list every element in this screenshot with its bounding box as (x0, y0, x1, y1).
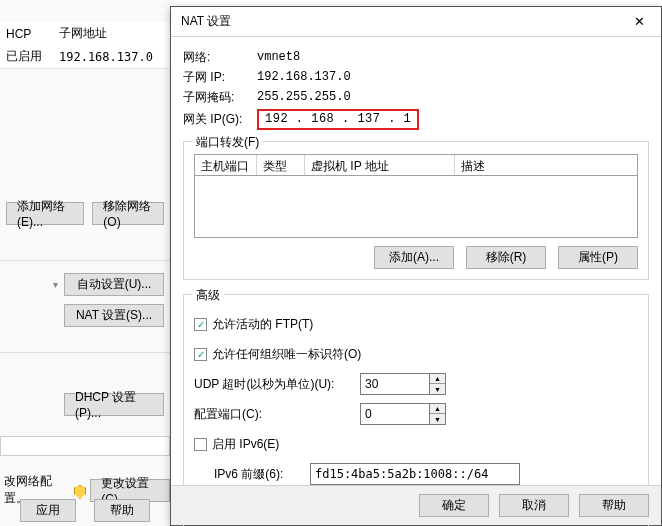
allow-ftp-label: 允许活动的 FTP(T) (212, 316, 313, 333)
checkmark-icon: ✓ (197, 319, 205, 330)
portfwd-add-button[interactable]: 添加(A)... (374, 246, 454, 269)
shield-icon (74, 485, 87, 499)
chevron-down-icon: ▾ (53, 279, 58, 290)
bg-row[interactable]: 已启用 192.168.137.0 (0, 45, 170, 68)
bg-row-subnet: 192.168.137.0 (53, 45, 170, 68)
allow-oui-label: 允许任何组织唯一标识符(O) (212, 346, 361, 363)
nat-settings-dialog: NAT 设置 ✕ 网络: vmnet8 子网 IP: 192.168.137.0… (170, 6, 662, 526)
subnet-ip-label: 子网 IP: (183, 69, 257, 86)
port-forward-legend: 端口转发(F) (192, 134, 263, 151)
portfwd-remove-button[interactable]: 移除(R) (466, 246, 546, 269)
port-forward-list[interactable] (194, 176, 638, 238)
allow-oui-checkbox[interactable]: ✓ 允许任何组织唯一标识符(O) (194, 346, 361, 363)
network-label: 网络: (183, 49, 257, 66)
add-network-button[interactable]: 添加网络(E)... (6, 202, 84, 225)
col-host-port[interactable]: 主机端口 (195, 155, 257, 175)
chevron-up-icon[interactable]: ▲ (430, 404, 445, 414)
help-button[interactable]: 帮助 (579, 494, 649, 517)
port-forward-table-header: 主机端口 类型 虚拟机 IP 地址 描述 (194, 154, 638, 176)
help-button-bg[interactable]: 帮助 (94, 499, 150, 522)
ipv6-prefix-input[interactable] (310, 463, 520, 485)
config-port-label: 配置端口(C): (194, 406, 354, 423)
subnet-ip-value: 192.168.137.0 (257, 70, 351, 84)
port-forward-group: 端口转发(F) 主机端口 类型 虚拟机 IP 地址 描述 添加(A)... 移除… (183, 141, 649, 280)
cancel-button[interactable]: 取消 (499, 494, 569, 517)
ipv6-enable-checkbox[interactable]: 启用 IPv6(E) (194, 436, 279, 453)
bg-row-dhcp: 已启用 (0, 45, 53, 68)
dhcp-config-button[interactable]: DHCP 设置(P)... (64, 393, 164, 416)
allow-ftp-checkbox[interactable]: ✓ 允许活动的 FTP(T) (194, 316, 313, 333)
col-desc[interactable]: 描述 (455, 155, 637, 175)
nat-config-button[interactable]: NAT 设置(S)... (64, 304, 164, 327)
apply-button[interactable]: 应用 (20, 499, 76, 522)
udp-timeout-input[interactable] (360, 373, 430, 395)
bg-col-subnet: 子网地址 (53, 22, 170, 45)
network-value: vmnet8 (257, 50, 300, 64)
bg-col-dhcp: HCP (0, 22, 53, 45)
config-port-stepper[interactable]: ▲▼ (360, 403, 446, 425)
subnet-mask-value: 255.255.255.0 (257, 90, 351, 104)
gateway-ip-value[interactable]: 192 . 168 . 137 . 1 (257, 109, 419, 130)
portfwd-props-button[interactable]: 属性(P) (558, 246, 638, 269)
dialog-title: NAT 设置 (181, 13, 617, 30)
config-port-input[interactable] (360, 403, 430, 425)
udp-timeout-stepper[interactable]: ▲▼ (360, 373, 446, 395)
subnet-mask-label: 子网掩码: (183, 89, 257, 106)
close-icon: ✕ (634, 14, 645, 29)
chevron-down-icon[interactable]: ▼ (430, 414, 445, 424)
col-vm-ip[interactable]: 虚拟机 IP 地址 (305, 155, 455, 175)
auto-config-button[interactable]: 自动设置(U)... (64, 273, 164, 296)
advanced-legend: 高级 (192, 287, 224, 304)
close-button[interactable]: ✕ (617, 7, 661, 36)
chevron-down-icon[interactable]: ▼ (430, 384, 445, 394)
ipv6-prefix-label: IPv6 前缀(6): (194, 466, 304, 483)
remove-network-button[interactable]: 移除网络(O) (92, 202, 164, 225)
chevron-up-icon[interactable]: ▲ (430, 374, 445, 384)
checkmark-icon: ✓ (197, 349, 205, 360)
ipv6-enable-label: 启用 IPv6(E) (212, 436, 279, 453)
gateway-ip-label: 网关 IP(G): (183, 111, 257, 128)
ok-button[interactable]: 确定 (419, 494, 489, 517)
udp-timeout-label: UDP 超时(以秒为单位)(U): (194, 376, 354, 393)
col-type[interactable]: 类型 (257, 155, 305, 175)
